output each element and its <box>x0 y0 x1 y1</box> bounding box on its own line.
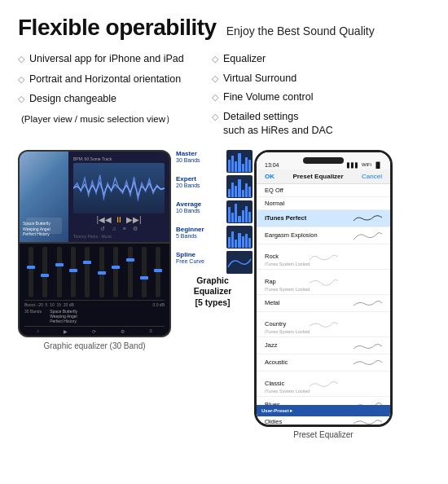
eq-type-expert: Expert 20 Bands <box>176 175 249 198</box>
player-controls: BPM: 60 Some Track |◀◀ ⏸ ▶▶| <box>68 152 169 242</box>
battery-icon: ▐▌ <box>374 162 382 168</box>
preset-item-rock[interactable]: Rock iTunes System Locked <box>257 244 390 270</box>
list-item: ◇ Virtual Surround <box>212 72 430 86</box>
phone-left-label: Graphic equalizer (30 Band) <box>43 341 145 350</box>
preset-item-eqoff[interactable]: EQ Off <box>257 184 390 197</box>
right-feature-list: ◇ Equalizer ◇ Virtual Surround ◇ Fine Vo… <box>212 52 430 139</box>
graphic-eq-label-block: GraphicEqualizer[5 types] <box>176 275 249 325</box>
list-item: ◇ Universal app for iPhone and iPad <box>18 52 205 67</box>
phone-left-container: Space ButterflyWeeping AngelPerfect Hist… <box>18 150 171 350</box>
eq-type-spline: Spline Free Curve <box>176 251 249 274</box>
preset-item-acoustic[interactable]: Acoustic <box>257 354 390 372</box>
phone-nav-bar: OK Preset Equalizer Cancel <box>257 169 390 184</box>
header: Flexible operability Enjoy the Best Soun… <box>18 15 430 41</box>
diamond-icon: ◇ <box>18 73 24 86</box>
nav-title: Preset Equalizer <box>292 173 343 180</box>
preset-item-metal[interactable]: Metal <box>257 295 390 312</box>
preset-item-eargasm[interactable]: Eargasm Explosion <box>257 227 390 244</box>
phone-bottom-screen: Boost: -20 5 10 15 20 dB 0.0 dB 30 Bands… <box>18 244 171 337</box>
eq-type-master: Master 30 Bands <box>176 150 249 173</box>
time-display: 13:04 <box>265 162 279 168</box>
diamond-icon: ◇ <box>212 73 218 85</box>
list-item: ◇ Equalizer <box>212 52 430 67</box>
right-column: ◇ Equalizer ◇ Virtual Surround ◇ Fine Vo… <box>205 52 430 143</box>
preset-item-rap[interactable]: Rap iTunes System Locked <box>257 270 390 295</box>
list-item: ◇ Portrait and Horizontal orientation <box>18 73 205 87</box>
graphic-eq-label: GraphicEqualizer[5 types] <box>194 275 232 309</box>
page-title: Flexible operability <box>18 15 217 41</box>
feature-note: (Player view / music selection view） <box>21 112 205 125</box>
phone-right: 13:04 ▋▋▋ WiFi ▐▌ OK Preset Equalizer Ca… <box>254 150 393 427</box>
phone-top-screen: Space ButterflyWeeping AngelPerfect Hist… <box>18 150 171 244</box>
preset-list: EQ Off Normal iTunes Perfect <box>257 184 390 425</box>
nav-ok[interactable]: OK <box>265 173 275 180</box>
page-container: Flexible operability Enjoy the Best Soun… <box>0 0 448 484</box>
user-preset-bar: User-Preset ▸ <box>257 405 390 416</box>
preset-item-country[interactable]: Country iTunes System Locked <box>257 312 390 337</box>
list-item: ◇ Detailed settingssuch as HiRes and DAC <box>212 110 430 139</box>
nav-cancel[interactable]: Cancel <box>362 173 382 180</box>
signal-icon: ▋▋▋ <box>347 162 359 168</box>
list-item: ◇ Fine Volume control <box>212 90 430 105</box>
diamond-icon: ◇ <box>212 91 218 103</box>
preset-item-itunes-perfect[interactable]: iTunes Perfect <box>257 210 390 227</box>
page-subtitle: Enjoy the Best Sound Quality <box>226 24 375 37</box>
list-item: ◇ Design changeable <box>18 92 205 107</box>
preset-label-bottom: Preset Equalizer <box>293 430 353 439</box>
preset-item-classic[interactable]: Classic iTunes System Locked <box>257 372 390 397</box>
left-feature-list: ◇ Universal app for iPhone and iPad ◇ Po… <box>18 52 205 107</box>
diamond-icon: ◇ <box>212 53 218 65</box>
diamond-icon: ◇ <box>18 53 24 65</box>
diamond-icon: ◇ <box>212 111 218 123</box>
wifi-icon: WiFi <box>362 162 371 167</box>
devices-area: Space ButterflyWeeping AngelPerfect Hist… <box>18 150 430 439</box>
phone-screen: 13:04 ▋▋▋ WiFi ▐▌ OK Preset Equalizer Ca… <box>257 152 390 425</box>
waveform <box>73 163 165 213</box>
phone-notch <box>303 157 344 164</box>
phone-right-container: 13:04 ▋▋▋ WiFi ▐▌ OK Preset Equalizer Ca… <box>254 150 393 439</box>
diamond-icon: ◇ <box>18 93 24 105</box>
eq-type-beginner: Beginner 5 Bands <box>176 226 249 249</box>
eq-types-column: Master 30 Bands <box>176 150 249 325</box>
content-area: ◇ Universal app for iPhone and iPad ◇ Po… <box>18 52 430 143</box>
left-column: ◇ Universal app for iPhone and iPad ◇ Po… <box>18 52 205 143</box>
preset-item-jazz[interactable]: Jazz <box>257 337 390 354</box>
preset-item-normal[interactable]: Normal <box>257 197 390 210</box>
eq-type-average: Average 10 Bands <box>176 200 249 223</box>
album-art: Space ButterflyWeeping AngelPerfect Hist… <box>20 152 68 242</box>
